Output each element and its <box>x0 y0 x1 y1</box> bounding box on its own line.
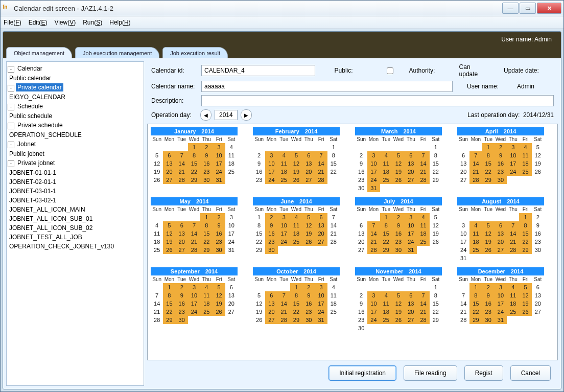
day-cell[interactable]: 8 <box>163 291 175 299</box>
day-cell[interactable]: 19 <box>290 168 302 176</box>
day-cell[interactable]: 28 <box>469 176 482 184</box>
day-cell[interactable]: 30 <box>495 176 507 184</box>
day-cell[interactable]: 4 <box>278 151 290 159</box>
day-cell[interactable]: 9 <box>302 291 315 299</box>
day-cell[interactable]: 28 <box>315 176 327 184</box>
calendar-id-input[interactable] <box>201 65 315 76</box>
day-cell[interactable]: 17 <box>315 299 327 308</box>
day-cell[interactable]: 10 <box>265 159 277 168</box>
day-cell[interactable]: 12 <box>392 299 405 308</box>
day-cell[interactable]: 7 <box>151 291 163 299</box>
tree-private-schedule[interactable]: Private schedule <box>16 121 64 129</box>
day-cell[interactable]: 5 <box>392 291 405 299</box>
regist-button[interactable]: Regist <box>464 365 503 381</box>
day-cell[interactable]: 10 <box>367 159 380 168</box>
day-cell[interactable]: 20 <box>302 168 315 176</box>
day-cell[interactable]: 2 <box>200 143 213 151</box>
day-cell[interactable]: 5 <box>163 221 175 229</box>
day-cell[interactable]: 1 <box>482 143 495 151</box>
day-cell[interactable]: 29 <box>380 246 392 254</box>
day-cell[interactable]: 2 <box>176 283 188 291</box>
day-cell[interactable]: 22 <box>482 168 495 176</box>
day-cell[interactable]: 3 <box>188 283 200 291</box>
day-cell[interactable]: 2 <box>302 283 315 291</box>
day-cell[interactable]: 4 <box>151 221 163 229</box>
day-cell[interactable]: 18 <box>469 238 482 246</box>
day-cell[interactable]: 9 <box>495 151 507 159</box>
day-cell[interactable]: 25 <box>200 308 213 316</box>
day-cell[interactable]: 9 <box>176 291 188 299</box>
day-cell[interactable]: 26 <box>430 238 442 246</box>
day-cell[interactable]: 15 <box>430 299 442 308</box>
day-cell[interactable]: 28 <box>151 316 163 324</box>
day-cell[interactable]: 15 <box>253 229 265 238</box>
day-cell[interactable]: 4 <box>380 151 392 159</box>
day-cell[interactable]: 31 <box>315 316 327 324</box>
day-cell[interactable]: 21 <box>315 168 327 176</box>
day-cell[interactable]: 24 <box>367 176 380 184</box>
day-cell[interactable]: 6 <box>457 151 469 159</box>
maximize-button[interactable]: ▭ <box>520 3 536 14</box>
day-cell[interactable]: 23 <box>532 238 544 246</box>
day-cell[interactable]: 5 <box>290 151 302 159</box>
day-cell[interactable]: 20 <box>532 299 544 308</box>
day-cell[interactable]: 21 <box>417 168 429 176</box>
tree-item[interactable]: JOBNET_ALL_ICON_SUB_02 <box>8 224 94 232</box>
day-cell[interactable]: 23 <box>265 238 277 246</box>
day-cell[interactable]: 7 <box>188 221 200 229</box>
day-cell[interactable]: 23 <box>355 176 367 184</box>
day-cell[interactable]: 27 <box>457 176 469 184</box>
day-cell[interactable]: 23 <box>302 308 315 316</box>
day-cell[interactable]: 27 <box>355 246 367 254</box>
calendar-name-input[interactable] <box>201 81 453 92</box>
day-cell[interactable]: 21 <box>469 168 482 176</box>
day-cell[interactable]: 25 <box>507 308 519 316</box>
day-cell[interactable]: 31 <box>367 184 380 192</box>
day-cell[interactable]: 4 <box>290 213 302 221</box>
day-cell[interactable]: 22 <box>188 168 200 176</box>
day-cell[interactable]: 31 <box>225 246 238 254</box>
day-cell[interactable]: 6 <box>355 221 367 229</box>
day-cell[interactable]: 21 <box>417 308 429 316</box>
day-cell[interactable]: 20 <box>225 299 238 308</box>
tree-toggle[interactable]: - <box>8 85 14 91</box>
day-cell[interactable]: 3 <box>315 283 327 291</box>
day-cell[interactable]: 2 <box>482 283 495 291</box>
day-cell[interactable]: 17 <box>457 238 469 246</box>
day-cell[interactable]: 11 <box>327 291 340 299</box>
day-cell[interactable]: 26 <box>482 246 495 254</box>
menu-view[interactable]: View(V) <box>54 19 76 26</box>
day-cell[interactable]: 1 <box>430 283 442 291</box>
tree-toggle[interactable]: - <box>8 123 14 129</box>
day-cell[interactable]: 11 <box>290 221 302 229</box>
day-cell[interactable]: 10 <box>405 221 417 229</box>
day-cell[interactable]: 28 <box>417 176 429 184</box>
day-cell[interactable]: 20 <box>405 308 417 316</box>
day-cell[interactable]: 10 <box>315 291 327 299</box>
day-cell[interactable]: 29 <box>253 246 265 254</box>
day-cell[interactable]: 23 <box>392 238 405 246</box>
tree-public-schedule[interactable]: Public schedule <box>8 112 54 120</box>
day-cell[interactable]: 22 <box>163 308 175 316</box>
day-cell[interactable]: 16 <box>265 229 277 238</box>
day-cell[interactable]: 4 <box>380 291 392 299</box>
day-cell[interactable]: 29 <box>430 176 442 184</box>
day-cell[interactable]: 12 <box>392 159 405 168</box>
day-cell[interactable]: 11 <box>380 159 392 168</box>
day-cell[interactable]: 20 <box>265 308 277 316</box>
day-cell[interactable]: 6 <box>315 213 327 221</box>
day-cell[interactable]: 20 <box>405 168 417 176</box>
day-cell[interactable]: 5 <box>151 151 163 159</box>
day-cell[interactable]: 24 <box>225 238 238 246</box>
day-cell[interactable]: 2 <box>253 151 265 159</box>
day-cell[interactable]: 30 <box>482 316 495 324</box>
day-cell[interactable]: 19 <box>302 229 315 238</box>
day-cell[interactable]: 10 <box>278 221 290 229</box>
day-cell[interactable]: 26 <box>253 316 265 324</box>
day-cell[interactable]: 1 <box>519 213 531 221</box>
day-cell[interactable]: 24 <box>367 316 380 324</box>
day-cell[interactable]: 11 <box>507 291 519 299</box>
day-cell[interactable]: 28 <box>176 176 188 184</box>
day-cell[interactable]: 16 <box>302 299 315 308</box>
cancel-button[interactable]: Cancel <box>510 365 551 381</box>
